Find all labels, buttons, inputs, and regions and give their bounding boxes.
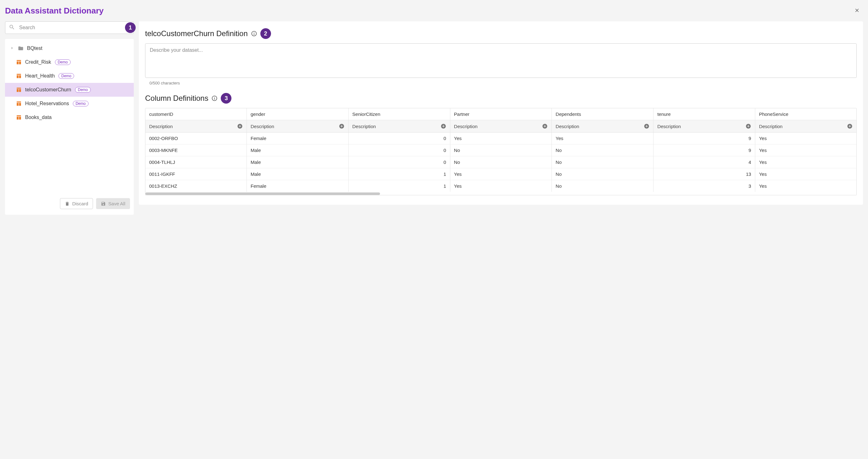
table-cell: 4	[653, 156, 755, 168]
demo-badge: Demo	[75, 87, 91, 93]
tree-item-label: telcoCustomerChurn	[25, 87, 71, 93]
tree-item-heart_health[interactable]: Heart_HealthDemo	[5, 69, 134, 83]
column-header: Dependents	[552, 108, 653, 120]
search-icon	[9, 24, 15, 31]
table-cell: Yes	[755, 168, 857, 180]
table-cell: 9	[653, 132, 755, 144]
column-header: customerID	[146, 108, 247, 120]
tree-folder-bqtest[interactable]: BQtest	[5, 41, 134, 55]
table-row: 0003-MKNFEMale0NoNo9Yes	[146, 144, 857, 156]
tree-folder-label: BQtest	[27, 45, 42, 51]
table-icon	[16, 87, 22, 93]
annotation-badge-2: 2	[260, 28, 271, 39]
demo-badge: Demo	[58, 73, 74, 79]
table-cell: 3	[653, 180, 755, 192]
plus-circle-icon[interactable]	[237, 123, 243, 129]
table-cell: 13	[653, 168, 755, 180]
table-cell: Male	[247, 156, 349, 168]
table-cell: 0	[348, 132, 450, 144]
column-description-cell[interactable]: Description	[247, 120, 349, 132]
table-cell: No	[552, 168, 653, 180]
column-header: tenure	[653, 108, 755, 120]
tree-item-telcocustomerchurn[interactable]: telcoCustomerChurnDemo	[5, 83, 134, 97]
tree-item-books_data[interactable]: Books_data	[5, 110, 134, 124]
description-label: Description	[149, 124, 173, 129]
description-label: Description	[657, 124, 681, 129]
table-cell: Female	[247, 132, 349, 144]
folder-icon	[18, 45, 24, 52]
column-description-cell[interactable]: Description	[348, 120, 450, 132]
chevron-right-icon	[10, 46, 14, 51]
table-cell: No	[450, 156, 552, 168]
demo-badge: Demo	[73, 101, 89, 106]
close-button[interactable]	[851, 5, 863, 16]
description-label: Description	[454, 124, 478, 129]
columns-table-wrap[interactable]: customerIDgenderSeniorCitizenPartnerDepe…	[145, 108, 857, 195]
tree-item-label: Heart_Health	[25, 73, 55, 79]
table-cell: 1	[348, 168, 450, 180]
char-count: 0/500 characters	[150, 81, 857, 86]
sidebar: 1 BQtest Credit_RiskDemoHeart_HealthDemo…	[5, 21, 134, 215]
table-cell: 0013-EXCHZ	[146, 180, 247, 192]
table-icon	[16, 114, 22, 121]
description-label: Description	[556, 124, 579, 129]
table-cell: Yes	[552, 132, 653, 144]
description-label: Description	[759, 124, 783, 129]
page-title: Data Assistant Dictionary	[5, 6, 104, 16]
tree-item-hotel_reservations[interactable]: Hotel_ReservationsDemo	[5, 97, 134, 110]
table-cell: 0	[348, 156, 450, 168]
tree-item-credit_risk[interactable]: Credit_RiskDemo	[5, 55, 134, 69]
table-icon	[16, 100, 22, 107]
table-cell: No	[450, 144, 552, 156]
table-cell: 0011-IGKFF	[146, 168, 247, 180]
table-cell: 9	[653, 144, 755, 156]
plus-circle-icon[interactable]	[542, 123, 548, 129]
table-cell: Yes	[755, 132, 857, 144]
plus-circle-icon[interactable]	[441, 123, 446, 129]
table-cell: Yes	[450, 168, 552, 180]
plus-circle-icon[interactable]	[644, 123, 649, 129]
table-cell: Female	[247, 180, 349, 192]
column-description-cell[interactable]: Description	[755, 120, 857, 132]
column-header: Partner	[450, 108, 552, 120]
description-label: Description	[352, 124, 376, 129]
table-cell: Yes	[755, 156, 857, 168]
table-cell: 1	[348, 180, 450, 192]
column-description-cell[interactable]: Description	[653, 120, 755, 132]
table-row: 0004-TLHLJMale0NoNo4Yes	[146, 156, 857, 168]
table-cell: 0003-MKNFE	[146, 144, 247, 156]
column-header: PhoneService	[755, 108, 857, 120]
save-icon	[101, 201, 106, 206]
annotation-badge-1: 1	[125, 22, 136, 33]
info-icon[interactable]	[251, 30, 257, 37]
discard-button[interactable]: Discard	[60, 198, 93, 209]
plus-circle-icon[interactable]	[847, 123, 852, 129]
info-icon[interactable]	[211, 95, 218, 101]
column-description-cell[interactable]: Description	[146, 120, 247, 132]
column-header: gender	[247, 108, 349, 120]
search-input[interactable]	[5, 21, 134, 34]
tree-item-label: Hotel_Reservations	[25, 101, 69, 106]
trash-icon	[65, 201, 70, 206]
table-cell: Male	[247, 168, 349, 180]
table-cell: Yes	[450, 180, 552, 192]
table-cell: 0	[348, 144, 450, 156]
dataset-description-input[interactable]	[145, 43, 857, 78]
column-description-cell[interactable]: Description	[450, 120, 552, 132]
column-header: SeniorCitizen	[348, 108, 450, 120]
annotation-badge-3: 3	[221, 93, 231, 104]
table-icon	[16, 59, 22, 65]
plus-circle-icon[interactable]	[339, 123, 344, 129]
columns-table: customerIDgenderSeniorCitizenPartnerDepe…	[146, 108, 857, 192]
table-cell: No	[552, 180, 653, 192]
plus-circle-icon[interactable]	[746, 123, 751, 129]
table-cell: No	[552, 144, 653, 156]
save-all-button[interactable]: Save All	[96, 198, 130, 209]
demo-badge: Demo	[55, 59, 71, 65]
save-label: Save All	[108, 201, 125, 206]
table-row: 0013-EXCHZFemale1YesNo3Yes	[146, 180, 857, 192]
horizontal-scrollbar[interactable]	[146, 192, 380, 195]
table-cell: Yes	[755, 180, 857, 192]
column-description-cell[interactable]: Description	[552, 120, 653, 132]
dataset-tree: BQtest Credit_RiskDemoHeart_HealthDemote…	[5, 39, 134, 215]
